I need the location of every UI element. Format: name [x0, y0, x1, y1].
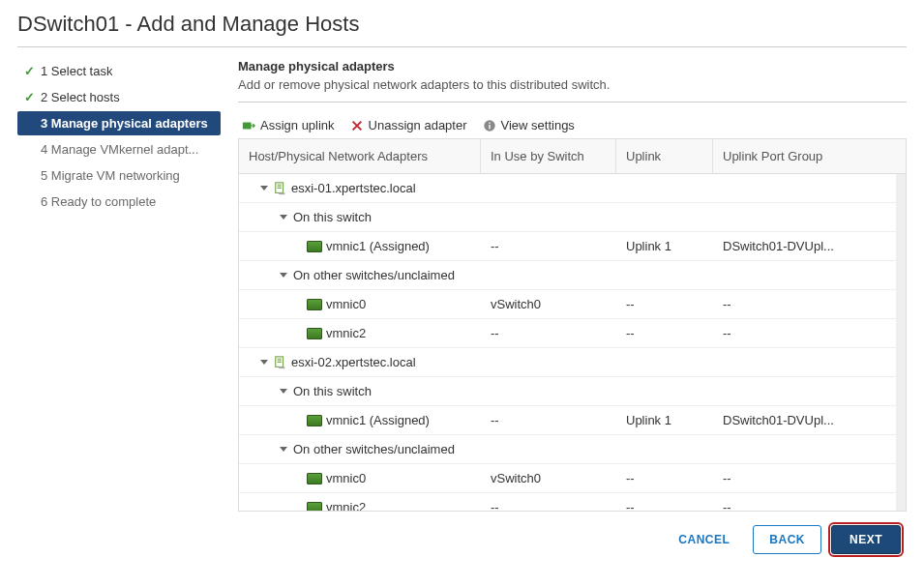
wizard-content: ✓ 1 Select task ✓ 2 Select hosts 3 Manag… — [17, 59, 907, 512]
col-in-use-by-switch[interactable]: In Use by Switch — [481, 139, 616, 173]
section-description: Add or remove physical network adapters … — [238, 77, 907, 103]
cell-in-use: -- — [481, 407, 616, 433]
wizard-dialog: DSwitch01 - Add and Manage Hosts ✓ 1 Sel… — [0, 0, 924, 570]
expand-icon[interactable] — [280, 273, 287, 278]
col-uplink-port-group[interactable]: Uplink Port Group — [713, 139, 906, 173]
check-icon: ✓ — [23, 64, 35, 78]
svg-rect-7 — [278, 188, 282, 189]
host-label: esxi-01.xpertstec.local — [291, 181, 416, 195]
cell-uplink: -- — [616, 320, 713, 346]
cell-in-use: -- — [481, 320, 616, 346]
table-row[interactable]: vmnic2------ — [239, 319, 906, 348]
expand-icon[interactable] — [280, 215, 287, 220]
group-label: On other switches/unclaimed — [293, 268, 455, 282]
table-row[interactable]: On this switch — [239, 377, 906, 406]
scrollbar[interactable] — [896, 174, 906, 511]
nic-icon — [307, 473, 322, 484]
step-ready-to-complete[interactable]: 6 Ready to complete — [17, 190, 221, 214]
host-icon — [274, 356, 287, 369]
cell-in-use: vSwitch0 — [481, 291, 616, 317]
info-icon — [483, 119, 496, 132]
table-body: esxi-01.xpertstec.local On this switch v… — [239, 174, 906, 511]
expand-icon[interactable] — [280, 447, 287, 452]
svg-rect-11 — [278, 360, 282, 361]
group-label: On other switches/unclaimed — [293, 442, 455, 456]
step-select-hosts[interactable]: ✓ 2 Select hosts — [17, 85, 221, 109]
view-settings-button[interactable]: View settings — [483, 118, 575, 132]
unassign-adapter-button[interactable]: Unassign adapter — [350, 118, 467, 132]
svg-rect-8 — [279, 192, 284, 194]
step-manage-physical-adapters[interactable]: 3 Manage physical adapters — [17, 111, 221, 135]
check-icon: ✓ — [23, 90, 35, 104]
next-button[interactable]: NEXT — [831, 525, 901, 554]
table-row[interactable]: esxi-01.xpertstec.local — [239, 174, 906, 203]
cell-in-use: -- — [481, 233, 616, 259]
step-select-task[interactable]: ✓ 1 Select task — [17, 59, 221, 83]
expand-icon[interactable] — [260, 186, 268, 191]
cell-uplink-port-group: -- — [713, 494, 906, 511]
cell-in-use: -- — [481, 494, 616, 511]
table-row[interactable]: On this switch — [239, 203, 906, 232]
dialog-title: DSwitch01 - Add and Manage Hosts — [17, 12, 907, 47]
table-header: Host/Physical Network Adapters In Use by… — [239, 139, 906, 174]
table-row[interactable]: vmnic0vSwitch0---- — [239, 290, 906, 319]
cell-uplink-port-group: DSwitch01-DVUpl... — [713, 407, 906, 433]
back-button[interactable]: BACK — [753, 525, 821, 554]
nic-icon — [307, 328, 322, 339]
cell-uplink: Uplink 1 — [616, 233, 713, 259]
nic-icon — [307, 241, 322, 252]
wizard-footer: CANCEL BACK NEXT — [17, 512, 907, 558]
expand-icon[interactable] — [260, 360, 268, 365]
table-row[interactable]: vmnic1 (Assigned)--Uplink 1DSwitch01-DVU… — [239, 232, 906, 261]
group-label: On this switch — [293, 384, 372, 398]
cell-in-use: vSwitch0 — [481, 465, 616, 491]
svg-rect-13 — [279, 367, 284, 368]
svg-rect-3 — [489, 122, 490, 123]
nic-label: vmnic0 — [326, 471, 366, 485]
table-row[interactable]: vmnic2------ — [239, 493, 906, 511]
wizard-steps-sidebar: ✓ 1 Select task ✓ 2 Select hosts 3 Manag… — [17, 59, 221, 512]
step-migrate-vm-networking[interactable]: 5 Migrate VM networking — [17, 163, 221, 188]
nic-label: vmnic0 — [326, 297, 366, 311]
svg-rect-2 — [489, 124, 490, 128]
nic-icon — [307, 299, 322, 310]
nic-icon — [307, 415, 322, 426]
table-row[interactable]: vmnic0vSwitch0---- — [239, 464, 906, 493]
cell-uplink-port-group: -- — [713, 320, 906, 346]
adapter-toolbar: Assign uplink Unassign adapter View sett… — [238, 112, 907, 138]
svg-rect-5 — [278, 184, 282, 185]
adapters-table: Host/Physical Network Adapters In Use by… — [238, 138, 907, 512]
section-title: Manage physical adapters — [238, 59, 907, 73]
cell-uplink-port-group: DSwitch01-DVUpl... — [713, 233, 906, 259]
step-manage-vmkernel-adapters[interactable]: 4 Manage VMkernel adapt... — [17, 137, 221, 161]
host-label: esxi-02.xpertstec.local — [291, 355, 416, 369]
cell-uplink: Uplink 1 — [616, 407, 713, 433]
col-host-adapters[interactable]: Host/Physical Network Adapters — [239, 139, 481, 173]
assign-icon — [242, 119, 255, 132]
col-uplink[interactable]: Uplink — [616, 139, 713, 173]
nic-label: vmnic1 (Assigned) — [326, 239, 430, 253]
svg-rect-10 — [278, 358, 282, 359]
unassign-icon — [350, 119, 364, 132]
wizard-main-panel: Manage physical adapters Add or remove p… — [238, 59, 907, 512]
cell-uplink-port-group: -- — [713, 291, 906, 317]
cell-uplink: -- — [616, 494, 713, 511]
svg-rect-12 — [278, 362, 282, 363]
nic-icon — [307, 502, 322, 512]
table-row[interactable]: On other switches/unclaimed — [239, 435, 906, 464]
assign-uplink-button[interactable]: Assign uplink — [242, 118, 335, 132]
host-icon — [274, 182, 287, 195]
nic-label: vmnic1 (Assigned) — [326, 413, 430, 427]
svg-rect-6 — [278, 186, 282, 187]
cell-uplink-port-group: -- — [713, 465, 906, 491]
nic-label: vmnic2 — [326, 500, 366, 511]
table-row[interactable]: On other switches/unclaimed — [239, 261, 906, 290]
table-row[interactable]: vmnic1 (Assigned)--Uplink 1DSwitch01-DVU… — [239, 406, 906, 435]
nic-label: vmnic2 — [326, 326, 366, 340]
group-label: On this switch — [293, 210, 372, 224]
cancel-button[interactable]: CANCEL — [665, 525, 743, 554]
cell-uplink: -- — [616, 291, 713, 317]
table-row[interactable]: esxi-02.xpertstec.local — [239, 348, 906, 377]
cell-uplink: -- — [616, 465, 713, 491]
expand-icon[interactable] — [280, 389, 287, 394]
